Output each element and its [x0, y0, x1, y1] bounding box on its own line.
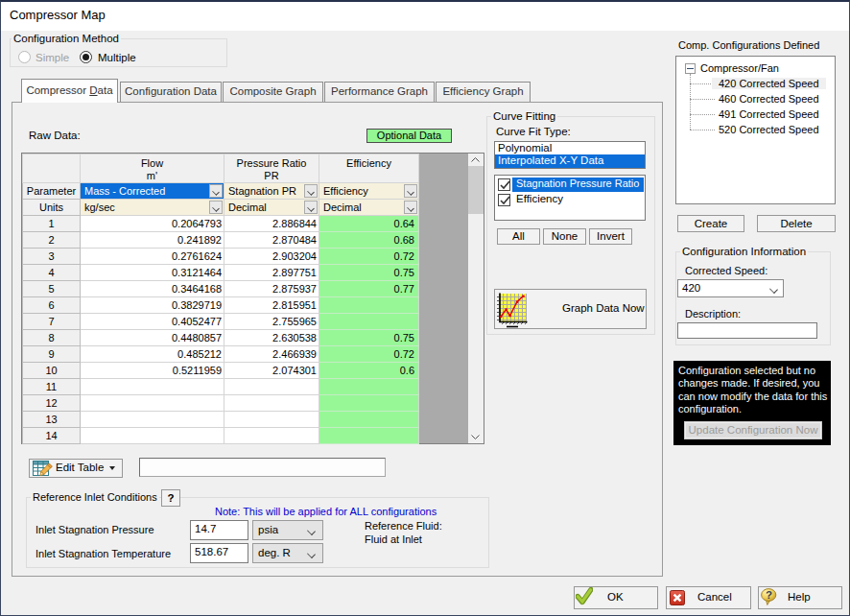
svg-text:?: ?	[766, 589, 772, 601]
